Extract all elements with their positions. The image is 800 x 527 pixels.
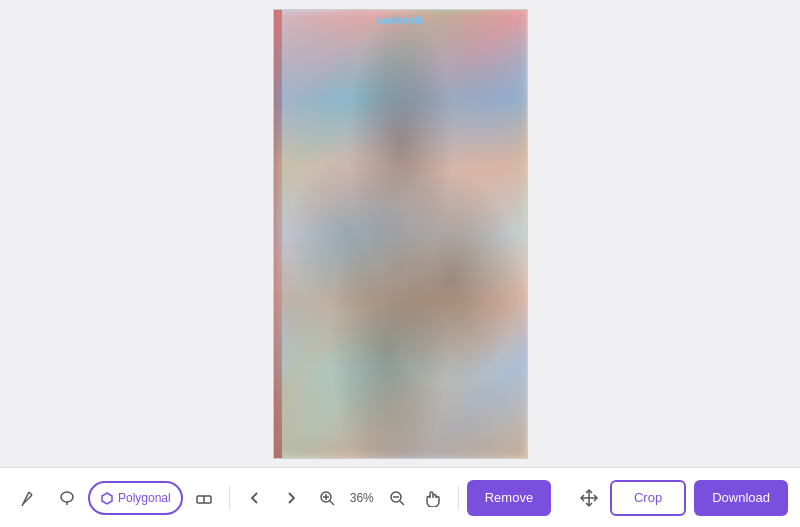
zoom-in-button[interactable] (310, 481, 344, 515)
hand-icon (424, 489, 442, 507)
pen-tool-button[interactable] (12, 481, 46, 515)
hand-tool-button[interactable] (416, 481, 450, 515)
zoom-controls: 36% (238, 481, 450, 515)
divider-1 (229, 486, 230, 510)
svg-line-1 (29, 492, 32, 495)
svg-line-3 (22, 504, 23, 506)
polygonal-label: Polygonal (118, 491, 171, 505)
crosshair-icon (572, 481, 606, 515)
right-buttons: Crop Download (610, 480, 788, 516)
zoom-level: 36% (346, 491, 378, 505)
svg-marker-6 (102, 493, 112, 504)
chevron-right-icon (282, 489, 300, 507)
image-top-text: cvelennik (377, 15, 423, 26)
toolbar: Polygonal (0, 467, 800, 527)
canvas-area: cvelennik (0, 0, 800, 467)
eraser-icon (195, 489, 213, 507)
svg-point-4 (61, 492, 73, 502)
eraser-tool-button[interactable] (187, 481, 221, 515)
crop-button[interactable]: Crop (610, 480, 686, 516)
svg-line-10 (330, 501, 334, 505)
zoom-out-button[interactable] (380, 481, 414, 515)
zoom-in-icon (318, 489, 336, 507)
remove-button[interactable]: Remove (467, 480, 551, 516)
polygonal-tool-button[interactable]: Polygonal (88, 481, 183, 515)
lasso-icon (58, 489, 76, 507)
move-icon (579, 488, 599, 508)
zoom-next-button[interactable] (274, 481, 308, 515)
pen-icon (20, 489, 38, 507)
chevron-left-icon (246, 489, 264, 507)
svg-line-14 (400, 501, 404, 505)
divider-2 (458, 486, 459, 510)
image-overlay-3 (274, 10, 527, 458)
lasso-tool-button[interactable] (50, 481, 84, 515)
download-button[interactable]: Download (694, 480, 788, 516)
image-preview: cvelennik (273, 9, 528, 459)
zoom-out-icon (388, 489, 406, 507)
polygonal-icon (100, 491, 114, 505)
zoom-prev-button[interactable] (238, 481, 272, 515)
